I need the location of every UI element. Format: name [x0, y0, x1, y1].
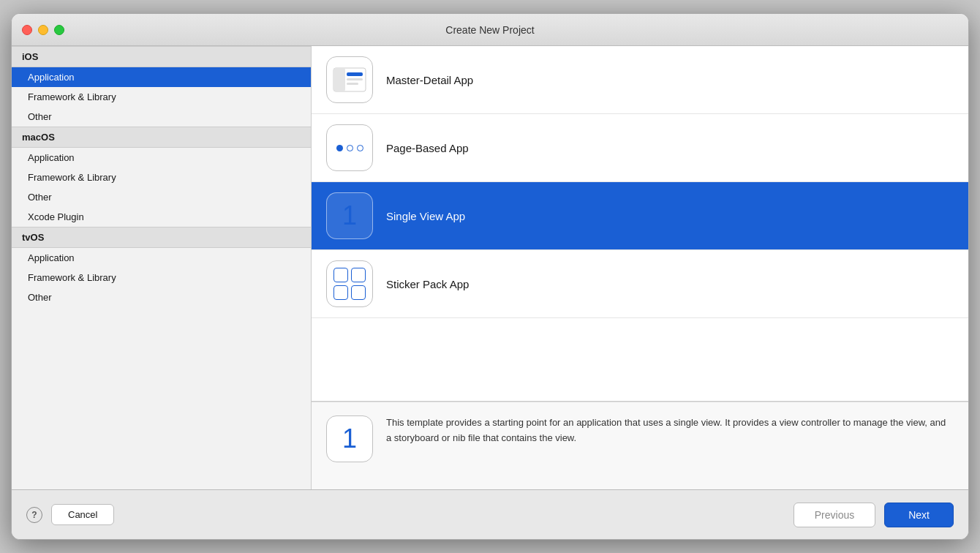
- main-content: iOS Application Framework & Library Othe…: [12, 46, 968, 489]
- sidebar-item-tvos-application[interactable]: Application: [12, 248, 311, 268]
- close-button[interactable]: [22, 25, 32, 35]
- svg-rect-2: [347, 72, 363, 76]
- svg-rect-3: [347, 78, 363, 80]
- sticker-pack-label: Sticker Pack App: [386, 278, 469, 290]
- minimize-button[interactable]: [38, 25, 48, 35]
- sidebar-section-ios: iOS: [12, 46, 311, 67]
- sidebar-item-macos-other[interactable]: Other: [12, 187, 311, 207]
- sidebar-item-ios-framework[interactable]: Framework & Library: [12, 87, 311, 107]
- footer-left: ? Cancel: [26, 504, 114, 525]
- template-sticker-pack[interactable]: Sticker Pack App: [312, 250, 968, 318]
- single-view-label: Single View App: [386, 210, 465, 222]
- svg-rect-1: [333, 68, 345, 91]
- sidebar-item-ios-other[interactable]: Other: [12, 107, 311, 127]
- template-page-based[interactable]: Page-Based App: [312, 114, 968, 182]
- page-based-icon: [326, 124, 373, 171]
- next-button[interactable]: Next: [884, 503, 954, 527]
- sidebar-item-macos-framework[interactable]: Framework & Library: [12, 168, 311, 187]
- help-button[interactable]: ?: [26, 507, 42, 523]
- maximize-button[interactable]: [54, 25, 64, 35]
- right-panel: Master-Detail App Page-Based App: [312, 46, 968, 489]
- previous-button[interactable]: Previous: [794, 503, 875, 527]
- cancel-button[interactable]: Cancel: [51, 504, 114, 525]
- title-bar: Create New Project: [12, 14, 968, 46]
- sticker-pack-icon: [326, 260, 373, 307]
- description-text: This template provides a starting point …: [386, 415, 954, 446]
- window-controls: [22, 25, 64, 35]
- sidebar: iOS Application Framework & Library Othe…: [12, 46, 312, 489]
- svg-rect-4: [347, 83, 358, 85]
- sidebar-item-macos-xcode[interactable]: Xcode Plugin: [12, 207, 311, 227]
- template-master-detail[interactable]: Master-Detail App: [312, 46, 968, 114]
- template-single-view[interactable]: 1 Single View App: [312, 182, 968, 250]
- footer-right: Previous Next: [794, 503, 954, 527]
- sidebar-item-tvos-other[interactable]: Other: [12, 287, 311, 307]
- sidebar-item-ios-application[interactable]: Application: [12, 67, 311, 87]
- sidebar-section-tvos: tvOS: [12, 227, 311, 248]
- templates-list: Master-Detail App Page-Based App: [312, 46, 968, 402]
- page-based-label: Page-Based App: [386, 142, 469, 154]
- footer: ? Cancel Previous Next: [12, 489, 968, 539]
- description-icon: 1: [326, 415, 373, 462]
- sidebar-item-macos-application[interactable]: Application: [12, 148, 311, 168]
- sidebar-section-macos: macOS: [12, 127, 311, 148]
- master-detail-label: Master-Detail App: [386, 74, 473, 86]
- master-detail-icon: [326, 56, 373, 103]
- single-view-icon: 1: [326, 192, 373, 239]
- window-title: Create New Project: [445, 24, 534, 36]
- main-window: Create New Project iOS Application Frame…: [11, 13, 969, 540]
- description-panel: 1 This template provides a starting poin…: [312, 402, 968, 489]
- sidebar-item-tvos-framework[interactable]: Framework & Library: [12, 268, 311, 287]
